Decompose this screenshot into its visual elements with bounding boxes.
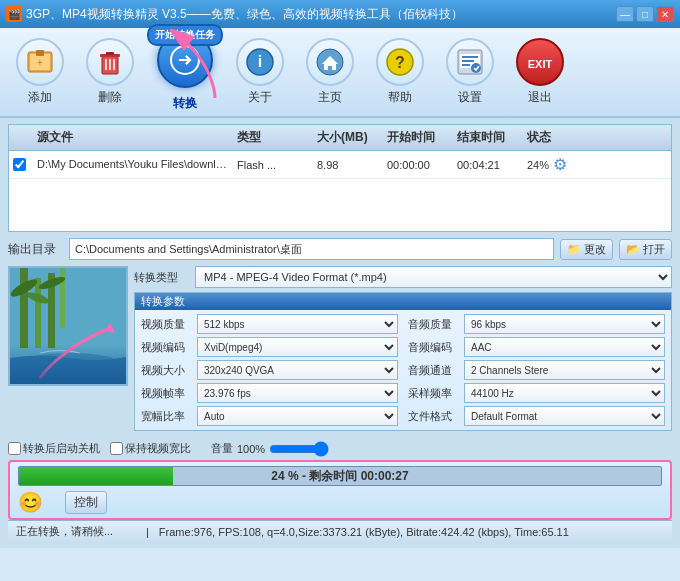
audio-channel-select[interactable]: 2 Channels Stere [464, 360, 665, 380]
svg-rect-18 [462, 56, 478, 58]
status-bar: 正在转换，请稍候... | Frame:976, FPS:108, q=4.0,… [8, 520, 672, 542]
volume-slider[interactable] [269, 442, 329, 456]
delete-button[interactable]: 删除 [80, 38, 140, 106]
open-icon: 📂 [626, 243, 640, 256]
smiley-icon: 😊 [18, 490, 43, 514]
row-start: 00:00:00 [383, 158, 453, 172]
close-btn[interactable]: ✕ [656, 6, 674, 22]
video-fps-label: 视频帧率 [141, 386, 193, 401]
exit-label: 退出 [528, 89, 552, 106]
control-button[interactable]: 控制 [65, 491, 107, 514]
row-status: 24% ⚙ [523, 154, 583, 175]
svg-text:i: i [258, 53, 262, 70]
aspect-select[interactable]: Auto [197, 406, 398, 426]
col-header-status: 状态 [523, 127, 583, 148]
audio-codec-label: 音频编码 [408, 340, 460, 355]
keep-ratio-checkbox[interactable] [110, 442, 123, 455]
add-label: 添加 [28, 89, 52, 106]
add-icon: + [16, 38, 64, 86]
format-select[interactable]: MP4 - MPEG-4 Video Format (*.mp4) [195, 266, 672, 288]
video-codec-select[interactable]: XviD(mpeg4) [197, 337, 398, 357]
svg-text:+: + [37, 57, 43, 68]
sample-rate-label: 采样频率 [408, 386, 460, 401]
params-box: 转换参数 视频质量 512 kbps 音频质量 96 kbps [134, 292, 672, 431]
about-label: 关于 [248, 89, 272, 106]
exit-icon: EXIT [516, 38, 564, 86]
settings-button[interactable]: 设置 [440, 38, 500, 106]
progress-bar-outer: 24 % - 剩余时间 00:00:27 [18, 466, 662, 486]
bottom-options: 转换后启动关机 保持视频宽比 音量 100% [8, 441, 672, 456]
open-dir-button[interactable]: 📂 打开 [619, 239, 672, 260]
table-row[interactable]: D:\My Documents\Youku Files\download\一..… [9, 151, 671, 179]
col-header-start: 开始时间 [383, 127, 453, 148]
toolbar: + 添加 删除 [0, 28, 680, 118]
svg-point-31 [20, 353, 120, 373]
about-icon: i [236, 38, 284, 86]
settings-label: 设置 [458, 89, 482, 106]
col-header-source: 源文件 [33, 127, 233, 148]
shutdown-option[interactable]: 转换后启动关机 [8, 441, 100, 456]
video-quality-select[interactable]: 512 kbps [197, 314, 398, 334]
svg-rect-24 [20, 268, 28, 348]
svg-text:EXIT: EXIT [528, 58, 553, 70]
delete-icon [86, 38, 134, 86]
delete-label: 删除 [98, 89, 122, 106]
status-separator: | [146, 526, 149, 538]
convert-button[interactable]: 开始转换任务 转换 [150, 32, 220, 112]
row-end: 00:04:21 [453, 158, 523, 172]
audio-quality-select[interactable]: 96 kbps [464, 314, 665, 334]
svg-point-32 [40, 360, 120, 376]
format-label: 转换类型 [134, 270, 189, 285]
progress-text: 24 % - 剩余时间 00:00:27 [19, 467, 661, 485]
row-source: D:\My Documents\Youku Files\download\一..… [33, 156, 233, 173]
row-type: Flash ... [233, 158, 313, 172]
home-label: 主页 [318, 89, 342, 106]
video-quality-label: 视频质量 [141, 317, 193, 332]
status-right: Frame:976, FPS:108, q=4.0,Size:3373.21 (… [159, 526, 664, 538]
svg-rect-19 [462, 60, 474, 62]
shutdown-label: 转换后启动关机 [23, 441, 100, 456]
audio-codec-select[interactable]: AAC [464, 337, 665, 357]
video-fps-select[interactable]: 23.976 fps [197, 383, 398, 403]
home-button[interactable]: 主页 [300, 38, 360, 106]
output-label: 输出目录 [8, 241, 63, 258]
params-title: 转换参数 [135, 293, 671, 310]
file-format-select[interactable]: Default Format [464, 406, 665, 426]
row-checkbox[interactable] [13, 158, 26, 171]
minimize-btn[interactable]: — [616, 6, 634, 22]
exit-button[interactable]: EXIT 退出 [510, 38, 570, 106]
sample-rate-select[interactable]: 44100 Hz [464, 383, 665, 403]
video-size-label: 视频大小 [141, 363, 193, 378]
file-format-label: 文件格式 [408, 409, 460, 424]
svg-text:?: ? [395, 54, 405, 71]
maximize-btn[interactable]: □ [636, 6, 654, 22]
folder-icon: 📁 [567, 243, 581, 256]
add-button[interactable]: + 添加 [10, 38, 70, 106]
settings-icon [446, 38, 494, 86]
volume-percent: 100% [237, 443, 265, 455]
about-button[interactable]: i 关于 [230, 38, 290, 106]
svg-rect-6 [106, 52, 114, 55]
app-icon: 🎬 [6, 6, 22, 22]
convert-badge: 开始转换任务 [155, 29, 215, 40]
file-table: 源文件 类型 大小(MB) 开始时间 结束时间 状态 D:\My Documen… [8, 124, 672, 232]
help-button[interactable]: ? 帮助 [370, 38, 430, 106]
shutdown-checkbox[interactable] [8, 442, 21, 455]
output-row: 输出目录 📁 更改 📂 打开 [8, 238, 672, 260]
keep-ratio-option[interactable]: 保持视频宽比 [110, 441, 191, 456]
audio-channel-label: 音频通道 [408, 363, 460, 378]
change-dir-button[interactable]: 📁 更改 [560, 239, 613, 260]
help-icon: ? [376, 38, 424, 86]
video-size-select[interactable]: 320x240 QVGA [197, 360, 398, 380]
progress-section: 24 % - 剩余时间 00:00:27 😊 控制 [8, 460, 672, 520]
col-header-type: 类型 [233, 127, 313, 148]
col-header-size: 大小(MB) [313, 127, 383, 148]
output-path-input[interactable] [69, 238, 554, 260]
keep-ratio-label: 保持视频宽比 [125, 441, 191, 456]
volume-label: 音量 [211, 441, 233, 456]
app-title: 3GP、MP4视频转换精灵 V3.5——免费、绿色、高效的视频转换工具（佰锐科技… [26, 6, 463, 23]
convert-label: 转换 [173, 95, 197, 112]
audio-quality-label: 音频质量 [408, 317, 460, 332]
row-size: 8.98 [313, 158, 383, 172]
aspect-label: 宽幅比率 [141, 409, 193, 424]
